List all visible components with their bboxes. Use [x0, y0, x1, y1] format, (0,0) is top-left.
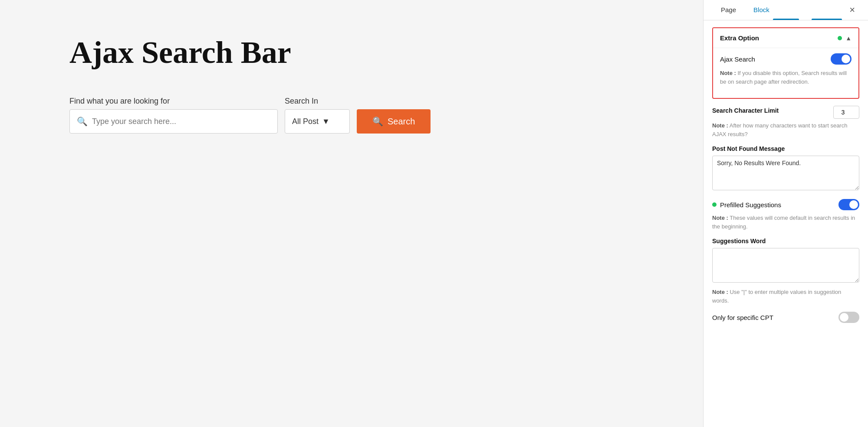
prefilled-note: Note : These values will come default in…	[712, 214, 859, 231]
chevron-down-icon: ▼	[322, 117, 330, 126]
char-limit-input[interactable]	[833, 106, 859, 119]
char-limit-row: Search Character Limit	[712, 106, 859, 119]
prefilled-label: Prefilled Suggestions	[720, 201, 838, 209]
ajax-search-toggle[interactable]	[831, 53, 852, 65]
suggestions-note: Note : Use "|" to enter multiple values …	[712, 288, 859, 305]
post-not-found-textarea[interactable]: Sorry, No Results Were Found.	[712, 156, 859, 190]
char-limit-label: Search Character Limit	[712, 107, 779, 114]
prefilled-slider	[838, 199, 859, 210]
extra-option-header[interactable]: Extra Option ▲	[713, 28, 858, 48]
tab-block[interactable]: Block	[745, 0, 778, 20]
panel-tabs: Page Block ×	[704, 0, 868, 20]
right-panel: Page Block × Extra Option ▲ Ajax Search	[703, 0, 868, 427]
search-button-icon: 🔍	[372, 116, 383, 127]
prefilled-green-dot	[712, 202, 717, 207]
search-input[interactable]	[92, 117, 270, 126]
search-icon: 🔍	[77, 116, 88, 127]
specific-cpt-row: Only for specific CPT	[712, 312, 859, 323]
search-in-dropdown[interactable]: All Post ▼	[285, 109, 350, 134]
search-field-group: Find what you are looking for 🔍	[69, 97, 278, 134]
close-button[interactable]: ×	[845, 0, 859, 20]
prefilled-toggle[interactable]	[838, 199, 859, 210]
search-in-group: Search In All Post ▼	[285, 97, 350, 134]
search-field-label: Find what you are looking for	[69, 97, 278, 106]
specific-cpt-label: Only for specific CPT	[712, 314, 773, 321]
page-title: Ajax Search Bar	[69, 35, 634, 71]
green-dot-icon	[838, 36, 842, 40]
specific-cpt-slider	[838, 312, 859, 323]
search-button-label: Search	[388, 117, 415, 127]
extra-option-title: Extra Option	[720, 34, 838, 42]
char-limit-note: Note : After how many characters want to…	[712, 121, 859, 138]
search-section: Find what you are looking for 🔍 Search I…	[69, 97, 634, 134]
tab-active-indicator	[812, 19, 842, 20]
search-in-label: Search In	[285, 97, 350, 106]
chevron-up-icon: ▲	[845, 35, 852, 42]
search-in-value: All Post	[292, 117, 319, 126]
suggestions-word-textarea[interactable]	[712, 248, 859, 283]
search-button[interactable]: 🔍 Search	[357, 109, 431, 134]
ajax-search-row: Ajax Search	[720, 53, 852, 65]
extra-option-content: Ajax Search Note : If you disable this o…	[713, 48, 858, 98]
tab-page[interactable]: Page	[712, 0, 745, 20]
ajax-search-note: Note : If you disable this option, Searc…	[720, 69, 852, 86]
ajax-search-slider	[831, 53, 852, 65]
prefilled-row: Prefilled Suggestions	[712, 199, 859, 210]
main-content: Ajax Search Bar Find what you are lookin…	[0, 0, 703, 427]
panel-body: Extra Option ▲ Ajax Search Note : If you…	[704, 20, 868, 427]
specific-cpt-toggle[interactable]	[838, 312, 859, 323]
search-input-wrapper: 🔍	[69, 109, 278, 134]
post-not-found-label: Post Not Found Message	[712, 145, 859, 152]
ajax-search-label: Ajax Search	[720, 55, 755, 63]
suggestions-word-label: Suggestions Word	[712, 238, 859, 244]
extra-option-section: Extra Option ▲ Ajax Search Note : If you…	[712, 27, 859, 99]
